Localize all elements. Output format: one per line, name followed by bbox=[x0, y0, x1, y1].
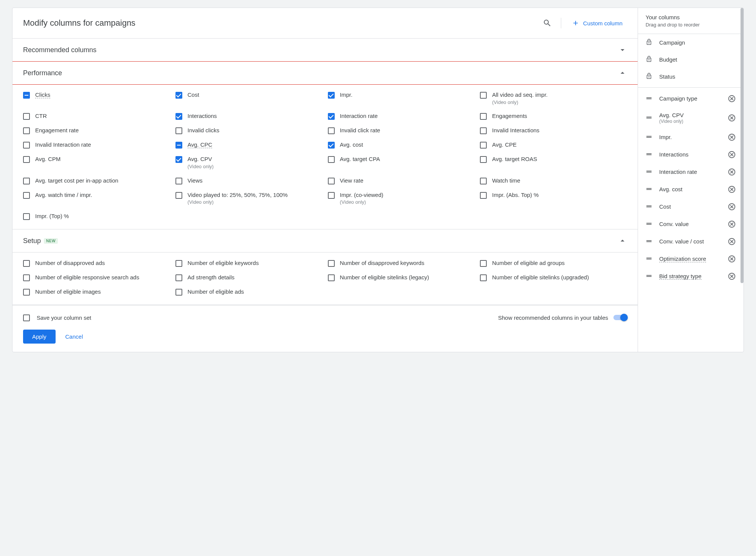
apply-button[interactable]: Apply bbox=[23, 330, 56, 344]
draggable-column[interactable]: Conv. value bbox=[638, 215, 744, 233]
drag-handle-icon[interactable] bbox=[646, 273, 652, 280]
draggable-column[interactable]: Avg. cost bbox=[638, 181, 744, 198]
performance-option[interactable]: Impr. bbox=[328, 91, 475, 105]
remove-icon[interactable] bbox=[728, 150, 736, 159]
checkbox[interactable] bbox=[480, 92, 487, 99]
setup-option[interactable]: Number of eligible sitelinks (upgraded) bbox=[480, 274, 627, 281]
remove-icon[interactable] bbox=[728, 237, 736, 246]
drag-handle-icon[interactable] bbox=[646, 255, 652, 263]
draggable-column[interactable]: Cost bbox=[638, 198, 744, 215]
checkbox[interactable] bbox=[328, 113, 335, 120]
drag-handle-icon[interactable] bbox=[646, 220, 652, 228]
checkbox[interactable] bbox=[175, 260, 182, 267]
setup-option[interactable]: Number of eligible sitelinks (legacy) bbox=[328, 274, 475, 281]
performance-option[interactable]: Avg. cost bbox=[328, 141, 475, 149]
custom-column-button[interactable]: Custom column bbox=[567, 16, 627, 30]
performance-option[interactable]: Interactions bbox=[175, 112, 323, 120]
checkbox[interactable] bbox=[480, 113, 487, 120]
draggable-column[interactable]: Optimization score bbox=[638, 250, 744, 268]
setup-option[interactable]: Number of eligible keywords bbox=[175, 259, 323, 267]
drag-handle-icon[interactable] bbox=[646, 133, 652, 141]
remove-icon[interactable] bbox=[728, 94, 736, 103]
checkbox[interactable] bbox=[175, 142, 182, 149]
performance-option[interactable]: Interaction rate bbox=[328, 112, 475, 120]
setup-option[interactable]: Ad strength details bbox=[175, 274, 323, 281]
performance-option[interactable]: Engagement rate bbox=[23, 127, 170, 134]
performance-option[interactable]: Cost bbox=[175, 91, 323, 105]
checkbox[interactable] bbox=[23, 178, 30, 184]
checkbox[interactable] bbox=[175, 289, 182, 296]
checkbox[interactable] bbox=[480, 156, 487, 163]
checkbox[interactable] bbox=[23, 92, 30, 99]
performance-option[interactable]: Avg. CPC bbox=[175, 141, 323, 149]
remove-icon[interactable] bbox=[728, 114, 736, 122]
checkbox[interactable] bbox=[23, 289, 30, 296]
remove-icon[interactable] bbox=[728, 220, 736, 228]
checkbox[interactable] bbox=[23, 113, 30, 120]
setup-option[interactable]: Number of eligible responsive search ads bbox=[23, 274, 170, 281]
checkbox[interactable] bbox=[328, 178, 335, 184]
remove-icon[interactable] bbox=[728, 168, 736, 176]
performance-option[interactable]: Impr. (co-viewed)(Video only) bbox=[328, 191, 475, 206]
checkbox[interactable] bbox=[23, 142, 30, 149]
checkbox[interactable] bbox=[23, 192, 30, 199]
checkbox[interactable] bbox=[328, 274, 335, 281]
checkbox[interactable] bbox=[480, 127, 487, 134]
checkbox[interactable] bbox=[328, 92, 335, 99]
draggable-column[interactable]: Impr. bbox=[638, 129, 744, 146]
remove-icon[interactable] bbox=[728, 133, 736, 141]
remove-icon[interactable] bbox=[728, 203, 736, 211]
section-recommended[interactable]: Recommended columns bbox=[12, 39, 638, 62]
setup-option[interactable]: Number of eligible ads bbox=[175, 288, 323, 296]
search-icon[interactable] bbox=[540, 15, 555, 31]
drag-handle-icon[interactable] bbox=[646, 203, 652, 211]
performance-option[interactable]: Invalid Interactions bbox=[480, 127, 627, 134]
checkbox[interactable] bbox=[23, 213, 30, 220]
setup-option[interactable]: Number of disapproved keywords bbox=[328, 259, 475, 267]
draggable-column[interactable]: Interactions bbox=[638, 146, 744, 163]
draggable-column[interactable]: Campaign type bbox=[638, 90, 744, 107]
checkbox[interactable] bbox=[328, 127, 335, 134]
drag-handle-icon[interactable] bbox=[646, 95, 652, 103]
checkbox[interactable] bbox=[480, 274, 487, 281]
draggable-column[interactable]: Bid strategy type bbox=[638, 268, 744, 285]
checkbox[interactable] bbox=[328, 192, 335, 199]
checkbox[interactable] bbox=[328, 142, 335, 149]
performance-option[interactable]: Invalid click rate bbox=[328, 127, 475, 134]
setup-option[interactable]: Number of eligible ad groups bbox=[480, 259, 627, 267]
remove-icon[interactable] bbox=[728, 255, 736, 263]
performance-option[interactable]: Views bbox=[175, 177, 323, 184]
checkbox[interactable] bbox=[480, 192, 487, 199]
performance-option[interactable]: Video played to: 25%, 50%, 75%, 100%(Vid… bbox=[175, 191, 323, 206]
drag-handle-icon[interactable] bbox=[646, 238, 652, 246]
performance-option[interactable]: Avg. CPE bbox=[480, 141, 627, 149]
performance-option[interactable]: Avg. target cost per in-app action bbox=[23, 177, 170, 184]
section-performance[interactable]: Performance bbox=[12, 61, 638, 85]
performance-option[interactable]: Avg. CPV(Video only) bbox=[175, 155, 323, 170]
checkbox[interactable] bbox=[175, 178, 182, 184]
checkbox[interactable] bbox=[175, 192, 182, 199]
setup-option[interactable]: Number of eligible images bbox=[23, 288, 170, 296]
checkbox[interactable] bbox=[23, 260, 30, 267]
performance-option[interactable]: Avg. target ROAS bbox=[480, 155, 627, 170]
checkbox[interactable] bbox=[175, 274, 182, 281]
performance-option[interactable]: Invalid Interaction rate bbox=[23, 141, 170, 149]
performance-option[interactable]: Clicks bbox=[23, 91, 170, 105]
performance-option[interactable]: CTR bbox=[23, 112, 170, 120]
show-recommended-toggle[interactable] bbox=[613, 315, 627, 320]
checkbox[interactable] bbox=[480, 260, 487, 267]
drag-handle-icon[interactable] bbox=[646, 168, 652, 176]
performance-option[interactable]: Impr. (Abs. Top) % bbox=[480, 191, 627, 206]
drag-handle-icon[interactable] bbox=[646, 114, 652, 122]
performance-option[interactable]: Avg. watch time / impr. bbox=[23, 191, 170, 206]
drag-handle-icon[interactable] bbox=[646, 186, 652, 194]
save-column-set[interactable]: Save your column set bbox=[23, 314, 91, 321]
cancel-button[interactable]: Cancel bbox=[62, 330, 86, 344]
checkbox[interactable] bbox=[175, 156, 182, 163]
checkbox[interactable] bbox=[23, 156, 30, 163]
checkbox[interactable] bbox=[175, 127, 182, 134]
draggable-column[interactable]: Avg. CPV(Video only) bbox=[638, 107, 744, 129]
setup-option[interactable]: Number of disapproved ads bbox=[23, 259, 170, 267]
remove-icon[interactable] bbox=[728, 185, 736, 194]
checkbox[interactable] bbox=[328, 156, 335, 163]
